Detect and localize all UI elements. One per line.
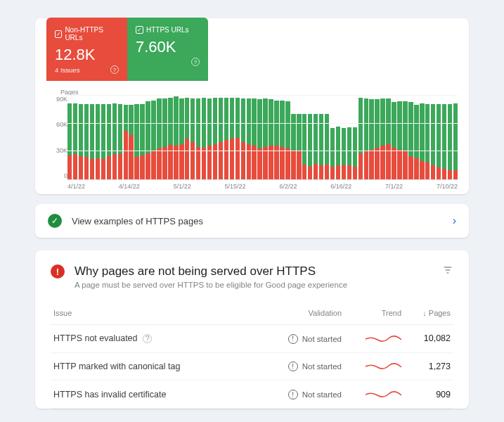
- issue-name: HTTPS has invalid certificate: [51, 381, 278, 409]
- chart-bar[interactable]: [219, 96, 223, 179]
- chart-bar[interactable]: [408, 96, 413, 179]
- chart-bar[interactable]: [129, 96, 133, 179]
- chart-bar[interactable]: [442, 96, 446, 179]
- chart-bar[interactable]: [168, 96, 172, 179]
- issues-subtitle: A page must be served over HTTPS to be e…: [75, 281, 347, 289]
- help-icon[interactable]: ?: [110, 65, 119, 74]
- chart-bar[interactable]: [67, 96, 72, 179]
- chart-bar[interactable]: [124, 96, 128, 179]
- chart-bar[interactable]: [431, 96, 435, 179]
- chart-bar[interactable]: [336, 96, 340, 179]
- chart-bar[interactable]: [79, 96, 83, 179]
- chart-bar[interactable]: [291, 96, 295, 179]
- chart-bar[interactable]: [280, 96, 284, 179]
- col-trend[interactable]: Trend: [344, 305, 404, 325]
- chart-bar[interactable]: [369, 96, 373, 179]
- chart-bar[interactable]: [314, 96, 318, 179]
- chart-bar[interactable]: [224, 96, 228, 179]
- chart-bar[interactable]: [448, 96, 452, 179]
- chart-bar[interactable]: [196, 96, 200, 179]
- issue-validation: !Not started: [278, 325, 344, 353]
- chart-bar[interactable]: [358, 96, 363, 179]
- chart-bar[interactable]: [213, 96, 217, 179]
- help-icon[interactable]: ?: [191, 58, 200, 66]
- clock-icon: !: [288, 362, 298, 371]
- chart-bar[interactable]: [73, 96, 77, 179]
- chart-bar[interactable]: [274, 96, 278, 179]
- chart-bar[interactable]: [140, 96, 144, 179]
- chart-bar[interactable]: [437, 96, 441, 179]
- chart-bar[interactable]: [157, 96, 161, 179]
- chart-bar[interactable]: [174, 96, 178, 179]
- chart-bar[interactable]: [185, 96, 189, 179]
- filter-icon[interactable]: [442, 264, 453, 278]
- view-examples-row[interactable]: ✓ View examples of HTTPS pages ›: [35, 204, 469, 238]
- chart-bar[interactable]: [297, 96, 301, 179]
- chart-bar[interactable]: [257, 96, 261, 179]
- col-issue[interactable]: Issue: [51, 305, 278, 325]
- chart-bar[interactable]: [101, 96, 105, 179]
- chart-bar[interactable]: [247, 96, 251, 179]
- chart-bar[interactable]: [342, 96, 346, 179]
- chart-bar[interactable]: [319, 96, 323, 179]
- chart-bar[interactable]: [420, 96, 424, 179]
- chart-bar[interactable]: [134, 96, 138, 179]
- chart-bar[interactable]: [386, 96, 390, 179]
- clock-icon: !: [288, 334, 298, 344]
- checkbox-icon: ✓: [55, 30, 62, 38]
- issue-validation: !Not started: [278, 381, 344, 409]
- chart-bar[interactable]: [397, 96, 401, 179]
- stat-value: 7.60K: [136, 38, 200, 56]
- chart-bar[interactable]: [190, 96, 195, 179]
- chart-bar[interactable]: [380, 96, 385, 179]
- chart-bar[interactable]: [252, 96, 256, 179]
- chart-bar[interactable]: [202, 96, 206, 179]
- issues-title: Why pages are not being served over HTTP…: [75, 264, 347, 279]
- stat-https[interactable]: ✓ HTTPS URLs 7.60K ?: [127, 18, 208, 81]
- chart-bar[interactable]: [375, 96, 379, 179]
- chart-bar[interactable]: [179, 96, 183, 179]
- chart-bar[interactable]: [263, 96, 267, 179]
- chart-bar[interactable]: [308, 96, 312, 179]
- chart-bar[interactable]: [230, 96, 234, 179]
- checkbox-icon: ✓: [136, 26, 143, 34]
- chart-bar[interactable]: [107, 96, 111, 179]
- issue-row[interactable]: HTTP marked with canonical tag!Not start…: [51, 352, 453, 381]
- issue-name: HTTPS not evaluated ?: [51, 325, 278, 353]
- chart-bar[interactable]: [235, 96, 240, 179]
- chart-bar[interactable]: [84, 96, 89, 179]
- chart-bar[interactable]: [96, 96, 100, 179]
- chart-bar[interactable]: [162, 96, 167, 179]
- chart-bar[interactable]: [353, 96, 357, 179]
- chart-bar[interactable]: [347, 96, 351, 179]
- chart-bar[interactable]: [325, 96, 329, 179]
- chart-bar[interactable]: [146, 96, 150, 179]
- chart-bar[interactable]: [425, 96, 429, 179]
- chart-bar[interactable]: [392, 96, 396, 179]
- chart-bar[interactable]: [364, 96, 368, 179]
- chart-bar[interactable]: [269, 96, 273, 179]
- chart-bar[interactable]: [241, 96, 245, 179]
- chart-bar[interactable]: [151, 96, 155, 179]
- chart-bar[interactable]: [302, 96, 306, 179]
- chart-bar[interactable]: [285, 96, 290, 179]
- issue-row[interactable]: HTTPS has invalid certificate!Not starte…: [51, 381, 453, 409]
- chart-bar[interactable]: [414, 96, 418, 179]
- col-validation[interactable]: Validation: [278, 305, 344, 325]
- chart-bar[interactable]: [118, 96, 122, 179]
- chart-bar[interactable]: [207, 96, 212, 179]
- chart-bar[interactable]: [112, 96, 117, 179]
- chart-bar[interactable]: [330, 96, 335, 179]
- issue-row[interactable]: HTTPS not evaluated ?!Not started10,082: [51, 325, 453, 353]
- chart-xaxis: 4/1/224/14/225/1/225/15/226/2/226/16/227…: [67, 180, 458, 190]
- col-pages[interactable]: ↓ Pages: [404, 305, 453, 325]
- stat-label: HTTPS URLs: [146, 26, 189, 34]
- issue-trend: [344, 381, 404, 409]
- check-circle-icon: ✓: [48, 214, 62, 228]
- chart-bar[interactable]: [403, 96, 407, 179]
- stat-non-https[interactable]: ✓ Non-HTTPS URLs 12.8K 4 Issues ?: [46, 18, 127, 81]
- chart-bar[interactable]: [90, 96, 94, 179]
- chart-bar[interactable]: [453, 96, 458, 179]
- help-icon[interactable]: ?: [143, 334, 152, 343]
- https-chart-card: ✓ Non-HTTPS URLs 12.8K 4 Issues ? ✓ HTTP…: [35, 18, 469, 194]
